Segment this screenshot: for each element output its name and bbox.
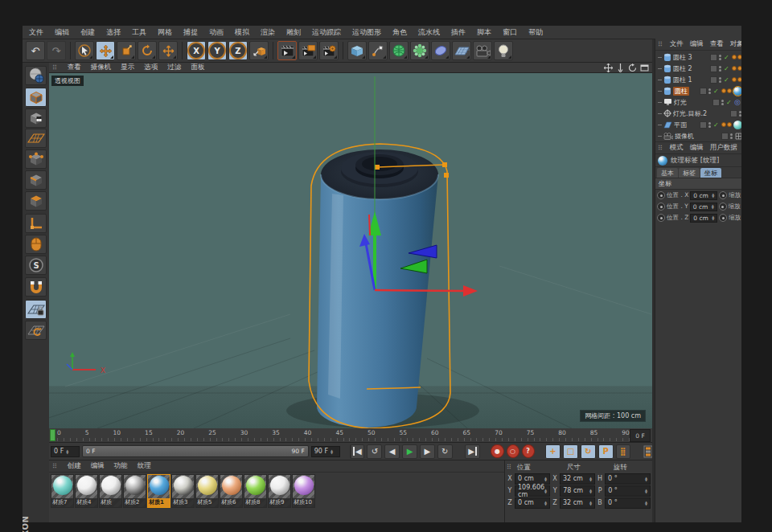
menu-render[interactable]: 渲染 bbox=[261, 27, 275, 38]
spinner-icon[interactable]: ▲▼ bbox=[66, 449, 68, 454]
layer-square[interactable] bbox=[710, 65, 717, 72]
enabled-check-icon[interactable]: ✓ bbox=[713, 88, 720, 95]
step-forward-button[interactable]: ▶ bbox=[420, 444, 435, 459]
tab-coordinates[interactable]: 坐标 bbox=[700, 168, 721, 178]
tab-basic[interactable]: 基本 bbox=[657, 168, 678, 178]
material-swatch[interactable]: 材质 bbox=[99, 474, 122, 508]
mat-menu-edit[interactable]: 编辑 bbox=[91, 461, 105, 471]
material-swatch[interactable]: 材质3 bbox=[171, 474, 195, 508]
rotate-view-icon[interactable] bbox=[628, 63, 637, 72]
record-keyframe-button[interactable]: ● bbox=[491, 444, 503, 458]
autokey-button[interactable]: ○ bbox=[507, 444, 519, 458]
rot-p-field[interactable]: 0 °▲▼ bbox=[605, 485, 651, 497]
object-row-light-target[interactable]: 灯光.目标.2 bbox=[655, 108, 741, 119]
redo-button[interactable]: ↷ bbox=[47, 41, 66, 60]
object-row-plane[interactable]: 平面 ✓ bbox=[655, 119, 741, 130]
menu-help[interactable]: 帮助 bbox=[528, 27, 543, 38]
zoom-view-icon[interactable] bbox=[616, 63, 625, 72]
axis-z-lock-button[interactable]: Z bbox=[228, 41, 248, 60]
rot-b-field[interactable]: 0 °▲▼ bbox=[605, 497, 651, 509]
model-mode-button[interactable] bbox=[25, 88, 47, 107]
tag-pos-x-field[interactable]: 0 cm▲▼ bbox=[690, 191, 717, 200]
om-menu-edit[interactable]: 编辑 bbox=[690, 39, 704, 49]
size-x-field[interactable]: 32 cm▲▼ bbox=[560, 473, 595, 485]
loop-button[interactable]: ↻ bbox=[437, 444, 453, 459]
material-swatch[interactable]: 材质7 bbox=[51, 474, 74, 508]
tag-pos-y-field[interactable]: 0 cm▲▼ bbox=[690, 203, 717, 211]
enabled-check-icon[interactable]: ✓ bbox=[724, 54, 730, 61]
frame-end-field[interactable]: 90 F ▲▼ bbox=[311, 446, 340, 457]
object-row-light[interactable]: 灯光 ✓ ◎ bbox=[655, 96, 741, 108]
viewport-canvas[interactable]: X 透视视图 网格间距 : 100 cm bbox=[49, 73, 652, 428]
mat-menu-create[interactable]: 创建 bbox=[68, 461, 81, 471]
key-radio[interactable] bbox=[719, 203, 727, 211]
undo-button[interactable]: ↶ bbox=[26, 41, 45, 60]
toggle-view-icon[interactable] bbox=[640, 63, 649, 72]
target-tag-icon[interactable]: ◎ bbox=[734, 98, 741, 106]
layer-square[interactable] bbox=[700, 121, 707, 129]
rot-h-field[interactable]: 0 °▲▼ bbox=[605, 473, 651, 485]
menu-mograph[interactable]: 运动图形 bbox=[352, 27, 381, 38]
axis-mode-button[interactable] bbox=[25, 214, 47, 233]
material-swatch-selected[interactable]: 材质1 bbox=[147, 474, 170, 508]
goto-end-button[interactable]: ▶ bbox=[465, 444, 480, 459]
step-back-button[interactable]: ◀ bbox=[384, 444, 400, 459]
workplane-mode-button[interactable] bbox=[25, 129, 47, 148]
vp-menu-view[interactable]: 查看 bbox=[68, 63, 81, 72]
layer-square[interactable] bbox=[712, 99, 720, 106]
phong-tag-icon[interactable] bbox=[721, 122, 732, 127]
mat-menu-texture[interactable]: 纹理 bbox=[138, 461, 151, 471]
attr-menu-userdata[interactable]: 用户数据 bbox=[710, 143, 737, 153]
menu-simulate[interactable]: 模拟 bbox=[235, 27, 249, 38]
pos-x-field[interactable]: 0 cm▲▼ bbox=[515, 473, 550, 485]
layer-square[interactable] bbox=[700, 88, 707, 95]
section-coordinates[interactable]: 坐标 bbox=[655, 178, 741, 190]
tag-pos-z-field[interactable]: 0 cm▲▼ bbox=[690, 214, 717, 223]
menu-create[interactable]: 创建 bbox=[80, 27, 95, 38]
add-generator-button[interactable] bbox=[389, 41, 409, 60]
edges-mode-button[interactable] bbox=[25, 170, 47, 190]
key-radio[interactable] bbox=[657, 203, 665, 211]
visibility-dots[interactable] bbox=[719, 55, 722, 60]
texture-mode-button[interactable] bbox=[25, 108, 47, 128]
play-backward-button[interactable]: ↺ bbox=[367, 444, 382, 459]
vp-menu-display[interactable]: 显示 bbox=[121, 63, 134, 72]
coordinate-system-button[interactable] bbox=[249, 41, 269, 60]
key-radio[interactable] bbox=[657, 214, 665, 222]
add-field-button[interactable] bbox=[431, 41, 450, 60]
om-menu-view[interactable]: 查看 bbox=[710, 39, 724, 49]
size-y-field[interactable]: 78 cm▲▼ bbox=[560, 485, 595, 497]
current-frame-chip[interactable]: 0 F bbox=[630, 429, 651, 442]
layer-square[interactable] bbox=[730, 110, 737, 117]
object-row-camera[interactable]: 摄像机 bbox=[655, 130, 741, 141]
menu-window[interactable]: 窗口 bbox=[503, 27, 517, 38]
move-tool-button[interactable] bbox=[96, 41, 115, 60]
spinner-icon[interactable]: ▲▼ bbox=[331, 449, 333, 454]
goto-start-button[interactable]: ◀ bbox=[350, 444, 365, 459]
menu-mesh[interactable]: 网格 bbox=[158, 27, 172, 38]
layer-square[interactable] bbox=[721, 133, 729, 140]
texture-tag[interactable] bbox=[733, 121, 741, 129]
viewport-mouse-button[interactable] bbox=[25, 235, 47, 254]
last-tool-button[interactable] bbox=[158, 41, 178, 60]
menu-character[interactable]: 角色 bbox=[392, 27, 407, 38]
menu-file[interactable]: 文件 bbox=[29, 27, 43, 38]
phong-tag-icon[interactable] bbox=[721, 88, 732, 93]
timeline-ruler[interactable]: 0 5 10 15 20 25 30 35 40 45 50 55 60 65 … bbox=[49, 428, 652, 443]
lock-workplane-button[interactable] bbox=[25, 300, 47, 319]
key-radio[interactable] bbox=[719, 214, 727, 222]
menu-pipeline[interactable]: 流水线 bbox=[418, 27, 440, 38]
phong-tag-icon[interactable] bbox=[732, 77, 741, 82]
add-spline-button[interactable] bbox=[368, 41, 388, 60]
enabled-check-icon[interactable]: ✓ bbox=[724, 76, 730, 84]
pan-view-icon[interactable] bbox=[604, 63, 613, 72]
enabled-check-icon[interactable]: ✓ bbox=[724, 65, 730, 72]
protection-tag-icon[interactable] bbox=[735, 133, 741, 140]
menu-snap[interactable]: 捕捉 bbox=[183, 27, 198, 38]
key-radio[interactable] bbox=[719, 191, 727, 199]
phong-tag-icon[interactable] bbox=[732, 55, 741, 59]
mat-menu-function[interactable]: 功能 bbox=[114, 461, 128, 471]
material-swatch[interactable]: 材质8 bbox=[244, 474, 267, 508]
visibility-dots[interactable] bbox=[739, 111, 741, 117]
visibility-dots[interactable] bbox=[730, 133, 733, 139]
